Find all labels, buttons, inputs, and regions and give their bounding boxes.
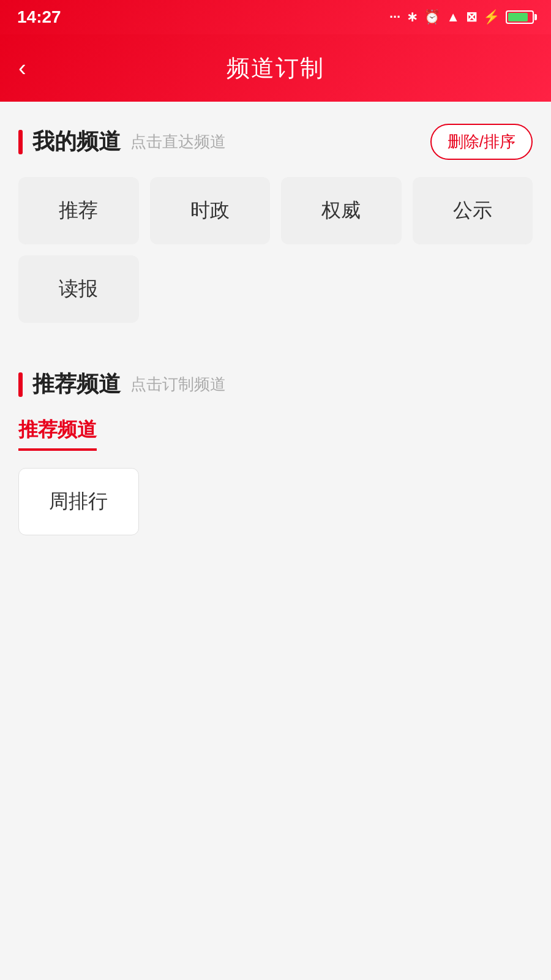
header: ‹ 频道订制 <box>0 34 551 102</box>
channel-item-newspaper[interactable]: 读报 <box>18 255 139 323</box>
page-title: 频道订制 <box>227 53 324 84</box>
my-channels-section: 我的频道 点击直达频道 删除/排序 推荐 时政 权威 公示 读报 <box>0 102 551 341</box>
bluetooth-icon: ∗ <box>407 9 418 25</box>
battery-icon <box>506 10 534 24</box>
section-bar-indicator <box>18 130 23 154</box>
back-arrow-icon: ‹ <box>18 55 26 81</box>
channel-label-recommend: 推荐 <box>59 197 98 224</box>
my-channels-header: 我的频道 点击直达频道 删除/排序 <box>18 124 533 160</box>
section-divider <box>0 341 551 351</box>
wifi-icon: ▲ <box>446 9 460 25</box>
back-button[interactable]: ‹ <box>18 55 26 81</box>
recommended-tab-label: 推荐频道 <box>18 417 97 443</box>
recommended-tab[interactable]: 推荐频道 <box>18 417 97 451</box>
recommended-bar-indicator <box>18 372 23 397</box>
time-display: 14:27 <box>17 7 61 27</box>
recommended-channels-section: 推荐频道 点击订制频道 推荐频道 周排行 <box>0 351 551 548</box>
recommended-channels-header: 推荐频道 点击订制频道 <box>18 369 533 399</box>
status-bar: 14:27 ··· ∗ ⏰ ▲ ⊠ ⚡ <box>0 0 551 34</box>
channel-item-politics[interactable]: 时政 <box>150 177 271 244</box>
recommended-channels-subtitle: 点击订制频道 <box>130 374 226 395</box>
channel-label-politics: 时政 <box>190 197 230 224</box>
recommended-title-group: 推荐频道 点击订制频道 <box>18 369 226 399</box>
my-channels-title-group: 我的频道 点击直达频道 <box>18 127 226 157</box>
channel-label-newspaper: 读报 <box>59 276 98 303</box>
main-content: 我的频道 点击直达频道 删除/排序 推荐 时政 权威 公示 读报 <box>0 102 551 980</box>
charging-icon: ⚡ <box>483 9 500 25</box>
channel-item-authority[interactable]: 权威 <box>281 177 402 244</box>
alarm-icon: ⏰ <box>424 9 440 25</box>
recommended-channels-grid: 周排行 <box>18 468 533 535</box>
recommended-channels-title: 推荐频道 <box>32 369 121 399</box>
rec-channel-item-weekly[interactable]: 周排行 <box>18 468 139 535</box>
channel-item-notice[interactable]: 公示 <box>413 177 533 244</box>
channel-label-authority: 权威 <box>321 197 361 224</box>
channel-item-recommend[interactable]: 推荐 <box>18 177 139 244</box>
rec-channel-label-weekly: 周排行 <box>49 488 108 515</box>
delete-sort-button[interactable]: 删除/排序 <box>430 124 533 160</box>
signal-icon: ··· <box>389 9 400 25</box>
status-icons: ··· ∗ ⏰ ▲ ⊠ ⚡ <box>389 9 534 25</box>
my-channels-grid: 推荐 时政 权威 公示 读报 <box>18 177 533 323</box>
my-channels-subtitle: 点击直达频道 <box>130 131 226 153</box>
battery-x-icon: ⊠ <box>466 9 477 25</box>
channel-label-notice: 公示 <box>453 197 492 224</box>
my-channels-title: 我的频道 <box>32 127 121 157</box>
